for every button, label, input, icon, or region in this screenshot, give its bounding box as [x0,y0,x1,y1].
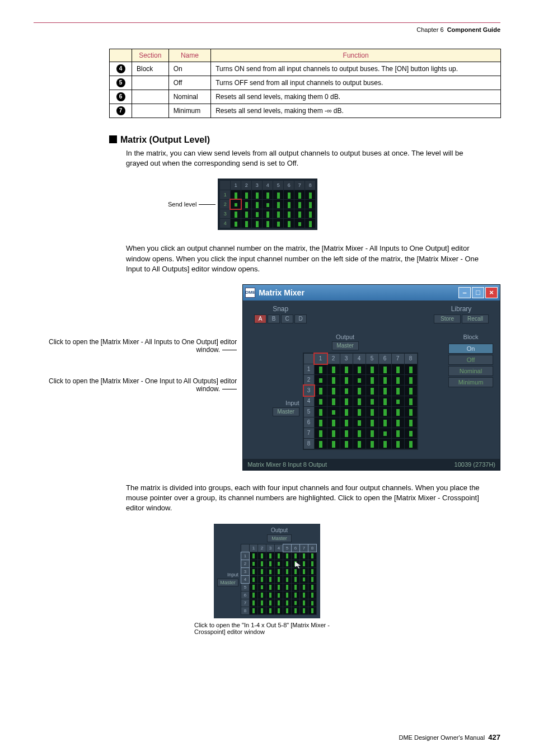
col-header[interactable]: 1 [315,354,327,364]
row-header[interactable]: 2 [220,200,230,209]
recall-button[interactable]: Recall [462,314,489,323]
matrix-cell[interactable] [366,407,378,417]
matrix-cell[interactable] [340,386,353,396]
row-header[interactable]: 4 [304,396,314,406]
matrix-cell[interactable] [353,417,366,428]
matrix-cell[interactable] [315,386,327,396]
matrix-cell[interactable] [266,599,274,607]
col-header[interactable]: 5 [273,181,283,190]
matrix-cell[interactable] [273,209,283,218]
row-header[interactable]: 4 [241,576,249,583]
matrix-cell[interactable] [252,209,262,218]
matrix-cell[interactable] [275,584,283,591]
block-on[interactable]: On [448,344,493,354]
matrix-cell[interactable] [292,568,299,575]
matrix-cell[interactable] [353,407,366,417]
matrix-cell[interactable] [340,364,353,374]
matrix-cell[interactable] [275,591,283,599]
matrix-cell[interactable] [308,591,316,599]
matrix-cell[interactable] [327,439,340,449]
matrix-cell[interactable] [250,576,257,583]
matrix-cell[interactable] [405,439,417,449]
col-header[interactable]: 6 [379,354,391,364]
matrix-cell[interactable] [315,407,327,417]
matrix-cell[interactable] [315,364,327,374]
matrix-cell[interactable] [273,190,283,199]
matrix-cell[interactable] [366,439,378,449]
row-header[interactable]: 3 [220,209,230,218]
col-header[interactable]: 8 [405,354,417,364]
snap-a[interactable]: A [254,314,266,323]
matrix-cell[interactable] [315,428,327,438]
matrix-cell[interactable] [300,584,308,591]
row-header[interactable]: 2 [241,560,249,567]
matrix-cell[interactable] [258,607,266,614]
matrix-cell[interactable] [305,209,315,218]
row-header[interactable]: 1 [304,364,314,374]
matrix-cell[interactable] [258,591,266,599]
matrix-cell[interactable] [300,591,308,599]
matrix-cell[interactable] [283,568,291,575]
matrix-cell[interactable] [241,209,251,218]
matrix-cell[interactable] [263,209,273,218]
matrix-cell[interactable] [305,190,315,199]
col-header[interactable]: 7 [392,354,404,364]
cf-output-master[interactable]: Master [267,534,292,542]
matrix-cell[interactable] [308,607,316,614]
matrix-cell[interactable] [366,428,378,438]
matrix-cell[interactable] [273,219,283,228]
row-header[interactable]: 1 [241,552,249,560]
col-header[interactable]: 3 [252,181,262,190]
matrix-cell[interactable] [340,439,353,449]
matrix-cell[interactable] [266,560,274,567]
matrix-cell[interactable] [252,200,262,209]
cf-input-master[interactable]: Master [217,579,238,586]
col-header[interactable]: 5 [366,354,378,364]
matrix-cell[interactable] [283,591,291,599]
matrix-cell[interactable] [250,560,257,567]
matrix-cell[interactable] [258,552,266,560]
matrix-cell[interactable] [294,200,305,209]
row-header[interactable]: 6 [304,417,314,428]
matrix-cell[interactable] [275,568,283,575]
matrix-cell[interactable] [283,576,291,583]
matrix-cell[interactable] [266,584,274,591]
matrix-cell[interactable] [353,439,366,449]
matrix-cell[interactable] [308,584,316,591]
matrix-cell[interactable] [300,599,308,607]
input-master-button[interactable]: Master [273,407,299,416]
matrix-cell[interactable] [250,552,257,560]
col-header[interactable]: 2 [241,181,251,190]
titlebar[interactable]: DME Matrix Mixer – □ × [243,285,500,300]
matrix-cell[interactable] [292,599,299,607]
col-header[interactable]: 8 [308,544,316,552]
matrix-cell[interactable] [327,407,340,417]
matrix-cell[interactable] [263,219,273,228]
matrix-cell[interactable] [366,364,378,374]
matrix-cell[interactable] [353,386,366,396]
matrix-cell[interactable] [283,560,291,567]
matrix-cell[interactable] [340,417,353,428]
matrix-cell[interactable] [366,386,378,396]
matrix-cell[interactable] [392,386,404,396]
matrix-cell[interactable] [250,599,257,607]
matrix-cell[interactable] [252,190,262,199]
matrix-cell[interactable] [292,607,299,614]
col-header[interactable]: 1 [250,544,257,552]
matrix-cell[interactable] [315,396,327,406]
matrix-cell[interactable] [258,560,266,567]
matrix-cell[interactable] [250,607,257,614]
row-header[interactable]: 2 [304,375,314,385]
matrix-cell[interactable] [294,190,305,199]
matrix-cell[interactable] [266,568,274,575]
matrix-cell[interactable] [392,396,404,406]
matrix-cell[interactable] [266,591,274,599]
matrix-cell[interactable] [300,568,308,575]
col-header[interactable]: 4 [275,544,283,552]
matrix-cell[interactable] [284,209,294,218]
matrix-cell[interactable] [283,599,291,607]
matrix-cell[interactable] [292,552,299,560]
matrix-cell[interactable] [266,552,274,560]
row-header[interactable]: 5 [241,584,249,591]
snap-b[interactable]: B [268,314,280,323]
